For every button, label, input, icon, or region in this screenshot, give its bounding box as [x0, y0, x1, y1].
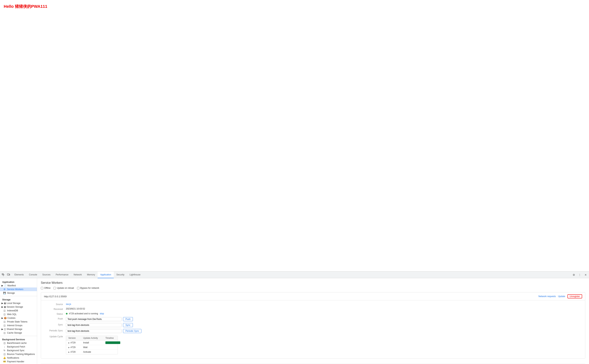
periodic-sync-button[interactable]: Periodic Sync	[123, 329, 141, 333]
sw-entry-url: http://127.0.0.1:5500/	[44, 295, 67, 298]
uc-timeline-1	[103, 346, 118, 348]
sidebar-label-local-storage: Local Storage	[7, 302, 20, 305]
sidebar-item-local-storage[interactable]: ▶ ▦ Local Storage	[0, 301, 37, 305]
uc-version-label-1: #729	[71, 346, 75, 349]
stop-link[interactable]: stop	[100, 312, 104, 315]
sidebar-item-background-fetch[interactable]: ↓ Background Fetch	[0, 345, 37, 349]
uc-version-label-0: #729	[71, 341, 75, 344]
tab-performance[interactable]: Performance	[53, 272, 71, 278]
uc-arrow-2[interactable]: ▶	[68, 351, 70, 353]
sidebar-item-session-storage[interactable]: ▶ ▦ Session Storage	[0, 305, 37, 309]
sidebar-section-bg: Background Services	[0, 337, 37, 341]
settings-icon[interactable]: ⚙	[571, 272, 576, 277]
push-button[interactable]: Push	[123, 317, 133, 321]
sidebar-label-service-workers: Service Workers	[7, 288, 23, 291]
sidebar-item-private-state-tokens[interactable]: ◫ Private State Tokens	[0, 320, 37, 324]
panel-title: Service Workers	[41, 281, 585, 285]
sync-button[interactable]: Sync	[123, 323, 133, 327]
inspect-element-icon[interactable]	[1, 272, 6, 277]
update-cycle-header: Version Update Activity Timeline	[66, 336, 118, 340]
sidebar-label-interest-groups: Interest Groups	[7, 324, 22, 327]
sidebar-label-payment-handler: Payment Handler	[7, 360, 24, 363]
page-title: Hello 猪猪侠的PWA111	[4, 4, 585, 9]
devtools-tab-bar: Elements Console Sources Performance Net…	[0, 272, 589, 278]
sidebar-item-storage[interactable]: 💾 Storage	[0, 291, 37, 295]
push-input[interactable]	[66, 317, 121, 321]
uc-row-2: ▶ #729 Activate	[66, 350, 118, 354]
push-input-row: Push	[66, 317, 133, 321]
sidebar-item-cookies[interactable]: ▶ 🍪 Cookies	[0, 316, 37, 320]
uc-timeline-0	[103, 340, 122, 345]
uc-arrow-1[interactable]: ▶	[68, 346, 70, 348]
sidebar-item-payment-handler[interactable]: 💳 Payment Handler	[0, 360, 37, 364]
sidebar-item-background-sync[interactable]: ↻ Background Sync	[0, 349, 37, 352]
periodic-sync-input[interactable]	[66, 329, 121, 333]
source-label: Source	[44, 303, 64, 306]
local-storage-icon: ▦	[4, 302, 6, 305]
bypass-for-network-option[interactable]: Bypass for network	[77, 287, 99, 289]
sync-input[interactable]	[66, 323, 121, 327]
sidebar-item-interest-groups[interactable]: ◫ Interest Groups	[0, 324, 37, 327]
status-dot-icon	[66, 313, 67, 314]
tab-application[interactable]: Application	[98, 272, 114, 278]
update-on-reload-option[interactable]: Update on reload	[54, 287, 74, 289]
tab-memory[interactable]: Memory	[84, 272, 98, 278]
svg-rect-3	[7, 274, 9, 275]
offline-checkbox[interactable]	[41, 287, 43, 289]
update-cycle-table: Version Update Activity Timeline ▶ #729 …	[66, 336, 118, 354]
sidebar-item-service-workers[interactable]: ⚙ Service Workers	[0, 287, 37, 291]
received-row: Received 2023/8/21 10:03:52	[44, 307, 582, 311]
sidebar-label-web-sql: Web SQL	[7, 313, 17, 316]
sidebar-label-session-storage: Session Storage	[7, 306, 23, 308]
source-link[interactable]: sw.js	[66, 303, 71, 306]
session-storage-arrow-icon: ▶	[1, 306, 3, 308]
sidebar-divider-2	[0, 336, 37, 336]
uc-activity-0: Install	[81, 340, 103, 345]
other-origins-section: Service workers from other origins	[41, 362, 585, 364]
page-content: Hello 猪猪侠的PWA111	[0, 0, 589, 271]
tab-console[interactable]: Console	[26, 272, 40, 278]
cookies-arrow-icon: ▶	[1, 317, 3, 319]
offline-option[interactable]: Offline	[41, 287, 50, 289]
private-state-tokens-icon: ◫	[3, 320, 6, 323]
sidebar-label-back-forward-cache: Back/forward cache	[7, 342, 27, 344]
web-sql-icon: ◫	[3, 313, 6, 316]
sidebar-label-background-sync: Background Sync	[7, 349, 25, 352]
sidebar-item-back-forward-cache[interactable]: ◫ Back/forward cache	[0, 341, 37, 345]
browser-page: Hello 猪猪侠的PWA111	[0, 0, 589, 271]
sidebar-item-indexeddb[interactable]: ◫ IndexedDB	[0, 309, 37, 312]
tab-elements[interactable]: Elements	[12, 272, 26, 278]
indexeddb-icon: ◫	[3, 309, 6, 312]
uc-activity-2: Activate	[81, 350, 103, 354]
more-options-icon[interactable]: ⋮	[577, 272, 582, 277]
bypass-for-network-label: Bypass for network	[80, 287, 99, 289]
sidebar-item-notifications[interactable]: 🔔 Notifications	[0, 356, 37, 360]
source-row: Source sw.js	[44, 303, 582, 306]
close-devtools-icon[interactable]: ✕	[583, 272, 588, 277]
sidebar-item-cache-storage[interactable]: ◫ Cache Storage	[0, 331, 37, 335]
sidebar-item-shared-storage[interactable]: ▶ ◫ Shared Storage	[0, 327, 37, 331]
svg-rect-0	[2, 273, 3, 275]
update-link[interactable]: Update	[558, 295, 565, 298]
unregister-button[interactable]: Unregister	[568, 294, 582, 298]
tab-lighthouse[interactable]: Lighthouse	[127, 272, 143, 278]
periodic-sync-label: Periodic Sync	[44, 329, 64, 332]
sidebar-item-manifest[interactable]: ▶ 📄 Manifest	[0, 284, 37, 287]
network-requests-link[interactable]: Network requests	[539, 295, 556, 298]
update-on-reload-checkbox[interactable]	[54, 287, 56, 289]
tab-network[interactable]: Network	[71, 272, 84, 278]
sync-label: Sync	[44, 323, 64, 326]
sidebar-item-web-sql[interactable]: ◫ Web SQL	[0, 312, 37, 316]
device-toolbar-icon[interactable]	[6, 272, 11, 277]
bypass-for-network-checkbox[interactable]	[77, 287, 80, 289]
uc-arrow-0[interactable]: ▶	[68, 342, 70, 344]
uc-row-1: ▶ #729 Wait	[66, 345, 118, 350]
uc-version-0: ▶ #729	[66, 340, 81, 345]
tab-security[interactable]: Security	[114, 272, 127, 278]
sidebar-label-storage: Storage	[7, 292, 15, 294]
sidebar-item-bounce-tracking[interactable]: ◫ Bounce Tracking Mitigations	[0, 352, 37, 356]
tab-sources[interactable]: Sources	[40, 272, 53, 278]
svg-rect-4	[9, 274, 10, 275]
back-forward-cache-icon: ◫	[3, 342, 6, 344]
manifest-arrow-icon: ▶	[1, 284, 3, 287]
